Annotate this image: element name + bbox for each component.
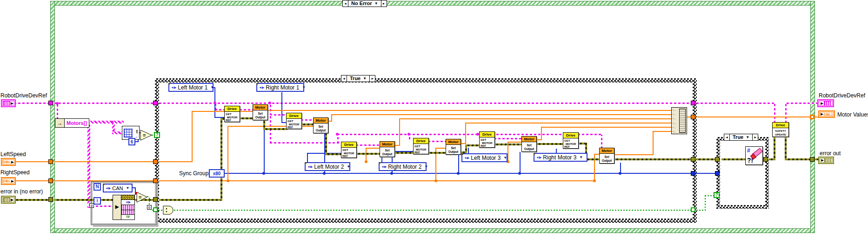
- tunnel: [691, 115, 695, 119]
- tunnel: [763, 157, 768, 162]
- case-next-icon[interactable]: ►: [753, 134, 758, 140]
- wire: [594, 154, 595, 181]
- node-text: Set: [380, 149, 394, 152]
- wire: [774, 137, 775, 160]
- chevron-down-icon: ▼: [374, 0, 378, 7]
- motor-case-selector-label: True: [350, 75, 361, 82]
- node-header: Drive: [414, 138, 428, 144]
- sync-group-constant[interactable]: x80: [209, 169, 225, 178]
- wire: [240, 117, 254, 119]
- wire-junction: [214, 102, 216, 104]
- wire: [653, 131, 671, 132]
- error-out-terminal[interactable]: ▶: [818, 157, 834, 164]
- loop-iteration-terminal[interactable]: i: [93, 197, 101, 205]
- wire: [507, 142, 522, 143]
- motor-values-terminal[interactable]: ▶DBL]: [818, 110, 835, 118]
- node-header: Motor: [446, 139, 461, 145]
- wire: [653, 131, 654, 155]
- can-type-constant[interactable]: ◄▶ CAN ▼: [103, 184, 133, 192]
- wire: [192, 111, 193, 162]
- node-text: UPDATE: [773, 133, 788, 137]
- wire: [267, 110, 671, 111]
- node-header: Drive: [773, 123, 788, 128]
- wire: [88, 121, 124, 123]
- right-motor-3-constant[interactable]: ◄▶ Right Motor 3 ▼: [534, 153, 588, 162]
- motor-count-constant[interactable]: 6: [128, 138, 135, 145]
- chevron-down-icon: ▼: [503, 155, 507, 161]
- wire: [614, 154, 654, 155]
- outer-case-top-border[interactable]: [50, 1, 815, 6]
- drive-safety-update-node[interactable]: Drive SAFETYUPDATE: [772, 122, 789, 137]
- motor-set-output-node-6[interactable]: Motor SetOutput: [599, 148, 614, 164]
- motor-case-top-border[interactable]: [155, 78, 697, 82]
- drive-get-motor-ref-node-2[interactable]: Drive GETMOTORREF: [286, 113, 302, 129]
- robot-drive-dev-ref-out-terminal[interactable]: ▶: [817, 99, 834, 107]
- case-next-icon[interactable]: ►: [381, 0, 387, 7]
- node-text: Set: [446, 146, 461, 150]
- left-speed-terminal[interactable]: DBL▶: [1, 158, 16, 166]
- wire: [112, 131, 122, 134]
- right-motor-1-value: Right Motor 1: [266, 85, 299, 90]
- right-motor-1-constant[interactable]: ◄▶ Right Motor 1 ▼: [256, 83, 304, 92]
- error-in-terminal[interactable]: ▶: [1, 196, 16, 204]
- tunnel: [48, 178, 53, 183]
- build-array-node[interactable]: ▫‥▫‥▫‥▫‥▫‥▫‥: [671, 107, 687, 134]
- right-speed-terminal[interactable]: DBL▶: [1, 177, 16, 185]
- left-motor-1-constant[interactable]: ◄▶ Left Motor 1 ▼: [168, 83, 214, 92]
- wire-junction: [457, 172, 460, 175]
- safety-case-right-border[interactable]: [765, 137, 769, 209]
- drive-get-motor-ref-node-1[interactable]: Drive GETMOTORREF: [224, 106, 240, 122]
- node-text: Output: [314, 129, 328, 132]
- wire: [281, 92, 282, 123]
- right-motor-2-constant[interactable]: ◄▶ Right Motor 2 ▼: [379, 162, 427, 171]
- motor-case-selector[interactable]: ◄ True▼ ►: [341, 75, 375, 82]
- right-motor-3-value: Right Motor 3: [543, 155, 576, 160]
- and-array-elements-node[interactable]: [163, 206, 175, 215]
- case-prev-icon[interactable]: ◄: [341, 75, 347, 82]
- motor-set-output-node-4[interactable]: Motor SetOutput: [446, 139, 461, 155]
- arrow-right-icon: ▶: [821, 102, 823, 105]
- case-prev-icon[interactable]: ◄: [724, 134, 729, 140]
- node-text: Output: [253, 116, 267, 119]
- motor-case-bottom-border[interactable]: [155, 219, 697, 223]
- wire: [578, 134, 602, 135]
- loop-count-terminal[interactable]: N: [93, 183, 101, 191]
- motor-case-right-border[interactable]: [693, 78, 697, 223]
- motor-cluster-unbundle-node[interactable]: ▶ ◄▶ TF: [113, 195, 135, 220]
- motor-set-output-node-3[interactable]: Motor SetOutput: [380, 141, 395, 157]
- drive-get-motor-ref-node-4[interactable]: Drive GETMOTORREF: [413, 138, 429, 154]
- safety-case-selector[interactable]: ◄ True▼ ►: [724, 134, 758, 141]
- drive-get-motor-ref-node-6[interactable]: Drive GETMOTORREF: [563, 132, 579, 149]
- enum-pair-icon: ◄▶: [536, 155, 541, 160]
- wire: [356, 153, 381, 155]
- left-motor-3-constant[interactable]: ◄▶ Left Motor 3 ▼: [461, 153, 507, 162]
- case-next-icon[interactable]: ►: [370, 75, 375, 82]
- outer-case-bottom-border[interactable]: [50, 228, 815, 233]
- safety-case-bottom-border[interactable]: [716, 205, 769, 209]
- tunnel: [691, 171, 695, 176]
- motor-set-output-node-5[interactable]: Motor SetOutput: [521, 136, 537, 152]
- chevron-down-icon: ▼: [126, 185, 130, 191]
- motor-case-selector-terminal[interactable]: ?: [154, 132, 160, 138]
- outer-case-selector[interactable]: ◄ No Error▼ ►: [342, 0, 387, 7]
- wire: [325, 153, 342, 155]
- wire-junction: [390, 172, 393, 175]
- wire: [366, 148, 381, 149]
- equal-node[interactable]: =: [140, 130, 153, 140]
- motors-unbundle-node[interactable]: → Motors[]: [55, 118, 89, 128]
- drive-get-motor-ref-node-3[interactable]: Drive GETMOTORREF: [341, 142, 357, 158]
- motor-set-output-node-2[interactable]: Motor SetOutput: [313, 117, 328, 133]
- motor-set-output-node-1[interactable]: Motor SetOutput: [253, 104, 268, 120]
- wire: [541, 127, 542, 140]
- case-prev-icon[interactable]: ◄: [343, 0, 348, 7]
- error-in-label: error in (no error): [0, 188, 43, 195]
- wire: [696, 103, 776, 104]
- index-glyph-icon: t: [136, 129, 138, 134]
- left-motor-2-constant[interactable]: ◄▶ Left Motor 2 ▼: [305, 162, 350, 171]
- motor-values-label: Motor Values: [837, 111, 868, 118]
- clear-errors-node[interactable]: # ?!: [745, 146, 763, 165]
- safety-case-selector-terminal[interactable]: ?: [714, 192, 720, 198]
- drive-get-motor-ref-node-5[interactable]: Drive GETMOTORREF: [479, 131, 495, 148]
- robot-drive-dev-ref-in-terminal[interactable]: ▶: [1, 99, 16, 107]
- equal-node-loop[interactable]: =: [137, 192, 148, 202]
